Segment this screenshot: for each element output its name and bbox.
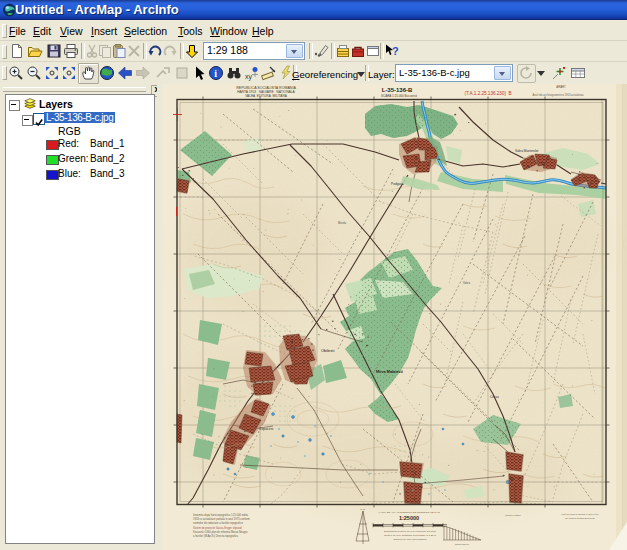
svg-text:L-35-136-B: L-35-136-B <box>382 87 413 93</box>
svg-text:HARTA SE AFLA IN SISTEMUL DE C: HARTA SE AFLA IN SISTEMUL DE COORDONATE … <box>378 511 440 514</box>
svg-text:Sistemul de cote Marea Baltica: Sistemul de cote Marea Baltica <box>394 538 428 541</box>
svg-text:Movila: Movila <box>338 221 347 225</box>
svg-text:Cerau: Cerau <box>490 395 499 399</box>
svg-text:Curbele de nivel ajutatoare su: Curbele de nivel ajutatoare sunt trasate… <box>384 534 436 537</box>
svg-text:VALEA EDITURA MILITARA: VALEA EDITURA MILITARA <box>245 94 288 98</box>
svg-text:i: i <box>214 68 217 79</box>
svg-text:Krasovski 1940 plan de referin: Krasovski 1940 plan de referinta Marea N… <box>193 530 248 534</box>
svg-text:Obilesti: Obilesti <box>321 348 334 353</box>
svg-text:normelor de redactare a hartil: normelor de redactare a hartilor topogra… <box>193 521 243 525</box>
svg-text:Scara pantelor: Scara pantelor <box>455 543 469 545</box>
svg-text:SCARA 1:25.000 Bucuresti: SCARA 1:25.000 Bucuresti <box>381 94 417 98</box>
svg-text:de editura militara Bucuresti: de editura militara Bucuresti <box>565 517 595 520</box>
svg-text:Valea: Valea <box>463 281 470 285</box>
svg-text:Copaceni: Copaceni <box>259 427 274 431</box>
svg-text:Sistem de proiectie Gauss-Krug: Sistem de proiectie Gauss-Kruger elipsoi… <box>193 526 242 530</box>
svg-text:Anul ridicarii fotogrametrice: Anul ridicarii fotogrametrice 1953 actua… <box>532 93 584 97</box>
svg-text:Intocmita dupa harta topografi: Intocmita dupa harta topografica 1:25.00… <box>193 513 248 517</box>
svg-text:5°47': 5°47' <box>361 508 367 510</box>
svg-text:(T.A.1.2.25.136.230) B: (T.A.1.2.25.136.230) B <box>464 91 511 96</box>
svg-text:Panta in grade: Panta in grade <box>505 514 521 517</box>
svg-text:?: ? <box>392 45 399 57</box>
svg-text:1:25000: 1:25000 <box>399 515 419 521</box>
svg-text:ARART: ARART <box>556 85 566 89</box>
svg-text:Iesit din tipar si difuzat in: Iesit din tipar si difuzat in anul 1977 <box>561 513 599 516</box>
svg-text:xy: xy <box>245 73 253 81</box>
svg-text:Echidistanta curbelor de nivel: Echidistanta curbelor de nivel principal… <box>384 530 437 533</box>
svg-text:1953 cu actualizare partiala i: 1953 cu actualizare partiala in anul 197… <box>193 517 250 521</box>
svg-text:a hartilor (M.Ap.N.) Directia: a hartilor (M.Ap.N.) Directia topografic… <box>193 534 239 538</box>
svg-text:Valea Mantenilor: Valea Mantenilor <box>515 149 540 153</box>
